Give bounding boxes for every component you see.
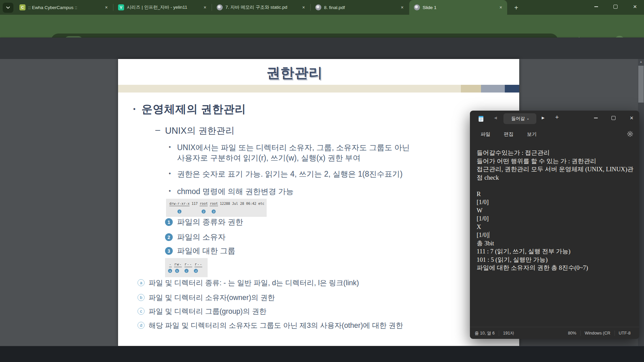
tab-scroll-left-icon[interactable]: ◀ (494, 116, 497, 120)
dash-icon: – (155, 125, 160, 135)
slide-heading2: UNIX의 권한관리 (165, 125, 234, 137)
tab-close-icon[interactable]: × (498, 4, 504, 10)
pdf-toolbar: Slide 1 29 / 45 − 100% + ⋮ (0, 38, 644, 59)
circled-letter-icon: c (138, 308, 145, 315)
lettered-item: b 파일 및 디렉터리 소유자(owner)의 권한 (138, 293, 275, 302)
browser-toolbar: 파일 C:/Users/82105/Downloads/2장%20시스템보안%2… (0, 15, 644, 38)
pdf-page: 권한관리 • 운영체제의 권한관리 – UNIX의 권한관리 • UNIX에서는… (118, 59, 519, 346)
ls-output-line: drw-r-xr-x 117 root root 12288 Jul 28 06… (169, 202, 264, 205)
window-close-button[interactable]: × (627, 0, 643, 13)
notepad-close-button[interactable]: × (624, 111, 639, 125)
notepad-app-icon (477, 115, 485, 122)
text-line: [1/0] (477, 215, 634, 223)
text-line: 들어가 어떤 행위를 할 수 있는 가 : 권한관리 (477, 157, 634, 166)
notepad-tab-title: 들어갈 (511, 116, 525, 122)
notepad-text-area[interactable]: 들어갈수있는가 : 접근관리 들어가 어떤 행위를 할 수 있는 가 : 권한관… (477, 149, 634, 272)
permission-string-box: - rw- r-- r-- a b c d (165, 258, 208, 277)
deco-bar-gray (481, 85, 505, 93)
notepad-document-tab[interactable]: 들어갈 ● (503, 113, 536, 124)
text-line: 접근관리, 권한관리 모두 서버 운영체제 (UNIX, LINUX)관 (477, 165, 634, 174)
circled-letter-icon: a (138, 279, 145, 286)
bullet-icon: • (133, 105, 136, 113)
tab-ewha-cybercampus[interactable]: C :: Ewha CyberCampus :: × (15, 0, 113, 15)
velog-favicon: V (118, 4, 124, 10)
ls-output-box: drw-r-xr-x 117 root root 12288 Jul 28 06… (166, 199, 267, 217)
notepad-menubar: 파일 편집 보기 (470, 127, 639, 141)
lettered-item: a 파일 및 디렉터리 종류: - 는 일반 파일, d는 디렉터리, l은 링… (138, 278, 359, 288)
marker-3-icon: 3 (212, 209, 216, 214)
slide-bullet1-line1: UNIX에서는 파일 또는 디렉터리 소유자, 그룹, 소유자도 그룹도 아닌 (177, 142, 410, 153)
tab-title: 8. final.pdf (324, 5, 396, 10)
bullet-icon: • (169, 144, 171, 151)
marker-c-icon: c (184, 269, 189, 273)
bullet-icon: • (169, 188, 171, 195)
tab-scroll-right-icon[interactable]: ▶ (542, 116, 544, 120)
deco-bar-navy (505, 85, 519, 93)
text-line: 총 3bit (477, 239, 634, 248)
menu-file[interactable]: 파일 (478, 130, 493, 139)
notepad-maximize-button[interactable] (606, 111, 621, 125)
text-line (477, 182, 634, 190)
chevron-down-icon (6, 6, 10, 9)
encoding-label: UTF-8 (619, 331, 631, 336)
notepad-new-tab-button[interactable]: + (555, 114, 559, 121)
taskbar: 7°C 맑음 검색 (0, 346, 644, 362)
slide-bullet3: chmod 명령에 의해 권한변경 가능 (177, 186, 294, 197)
window-restore-button[interactable] (608, 0, 623, 13)
tab-close-icon[interactable]: × (301, 4, 307, 10)
permission-string-line: - rw- r-- r-- (169, 262, 202, 266)
circled-number-icon: 3 (165, 247, 173, 255)
marker-b-icon: b (175, 269, 179, 273)
tab-java-memory-pdf[interactable]: 7. 자바 메모리 구조와 static.pd × (212, 0, 310, 15)
circled-letter-icon: d (138, 322, 145, 329)
pdf-globe-favicon (414, 4, 420, 10)
slide-bullet2: 권한은 숫자로 표기 가능. 읽기는 4, 쓰기는 2, 실행은 1(8진수표기… (177, 169, 402, 179)
text-line: 파일에 대한 소유자의 권한 총 8진수(0~7) (477, 264, 634, 272)
notepad-window: ◀ 들어갈 ● ▶ + × 파일 편집 보기 들어갈수있는가 : 접근관리 들어… (470, 111, 639, 339)
marker-2-icon: 2 (202, 209, 206, 214)
numbered-item: 1 파일의 종류와 권한 (165, 217, 243, 227)
text-line: 들어갈수있는가 : 접근관리 (477, 149, 634, 157)
browser-tab-strip: C :: Ewha CyberCampus :: × V 시리즈 | 인프런_자… (0, 0, 644, 15)
text-line: 101 : 5 (읽기, 실행만 가능) (477, 256, 634, 264)
tab-velog-series[interactable]: V 시리즈 | 인프런_자바 - yelin11 × (113, 0, 211, 15)
tab-final-pdf[interactable]: 8. final.pdf × (311, 0, 409, 15)
circled-number-icon: 1 (165, 218, 173, 226)
zoom-label: 80% (568, 331, 576, 336)
tab-title: 7. 자바 메모리 구조와 static.pd (225, 4, 298, 10)
pdf-globe-favicon (217, 4, 223, 10)
notepad-minimize-button[interactable] (588, 111, 603, 125)
circled-letter-icon: b (138, 294, 145, 301)
slide-heading1: 운영체제의 권한관리 (142, 102, 246, 117)
text-line: W (477, 206, 634, 215)
tab-slide1-active[interactable]: Slide 1 × (409, 0, 507, 15)
tab-search-button[interactable] (3, 3, 13, 13)
marker-a-icon: a (168, 269, 172, 273)
maximize-icon (611, 116, 615, 120)
window-minimize-button[interactable] (588, 0, 604, 13)
minimize-icon (594, 6, 598, 7)
text-line: 점 check (477, 174, 634, 182)
menu-view[interactable]: 보기 (524, 130, 539, 139)
tab-close-icon[interactable]: × (202, 4, 208, 10)
marker-1-icon: 1 (177, 209, 181, 214)
char-count-label: 191자 (503, 330, 514, 336)
deco-bar-beige (118, 85, 461, 93)
tab-title: Slide 1 (423, 5, 495, 10)
slide-title: 권한관리 (118, 64, 471, 82)
line-ending-label: Windows (CR (585, 331, 610, 336)
tab-title: 시리즈 | 인프런_자바 - yelin11 (127, 4, 199, 10)
pdf-scrollbar-thumb[interactable] (638, 66, 644, 103)
menu-edit[interactable]: 편집 (501, 130, 516, 139)
screen: C :: Ewha CyberCampus :: × V 시리즈 | 인프런_자… (0, 0, 644, 362)
tab-close-icon[interactable]: × (103, 4, 109, 10)
marker-d-icon: d (194, 269, 198, 273)
text-line: [1/0] (477, 231, 634, 239)
settings-gear-icon[interactable] (627, 131, 633, 137)
tab-close-icon[interactable]: × (399, 4, 405, 10)
deco-bar-tan (461, 85, 481, 93)
bullet-icon: • (169, 170, 171, 177)
scroll-up-icon[interactable]: ▲ (638, 59, 644, 64)
minimize-icon (594, 118, 598, 118)
new-tab-button[interactable]: + (511, 3, 521, 13)
